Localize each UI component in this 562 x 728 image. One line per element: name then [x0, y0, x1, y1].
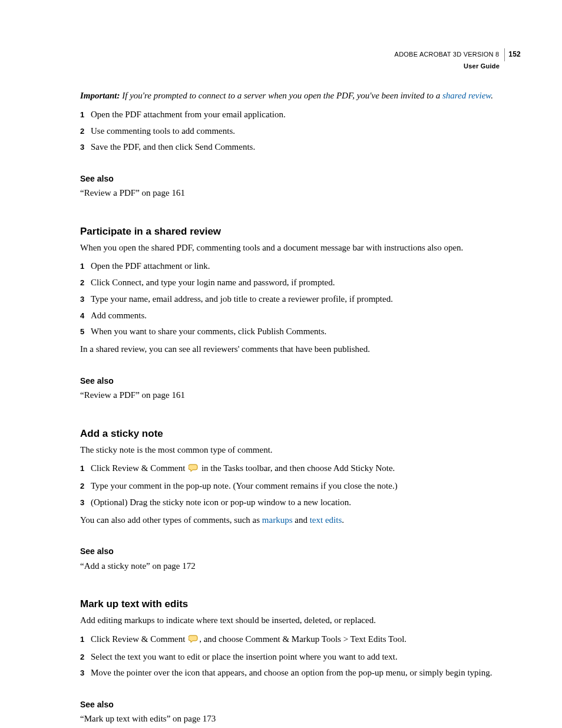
section-title-mark-up: Mark up text with edits — [80, 597, 521, 612]
sticky-note-trail: You can also add other types of comments… — [80, 514, 521, 527]
list-item: 4Add comments. — [80, 309, 521, 322]
see-also-heading: See also — [80, 545, 521, 557]
step-text: (Optional) Drag the sticky note icon or … — [91, 496, 521, 509]
step-text: When you want to share your comments, cl… — [91, 325, 521, 338]
step-text: Click Review & Comment , and choose Comm… — [91, 633, 521, 647]
list-item: 3Type your name, email address, and job … — [80, 293, 521, 306]
step-number: 3 — [80, 294, 91, 306]
step-number: 2 — [80, 126, 91, 138]
list-item: 1 Click Review & Comment in the Tasks to… — [80, 462, 521, 476]
see-also-heading: See also — [80, 173, 521, 185]
step-text-part: , and choose Comment & Markup Tools > Te… — [199, 634, 406, 644]
list-item: 5When you want to share your comments, c… — [80, 325, 521, 338]
step-text: Save the PDF, and then click Send Commen… — [91, 141, 521, 154]
step-text-part: Click Review & Comment — [91, 463, 187, 473]
list-item: 2Click Connect, and type your login name… — [80, 276, 521, 289]
step-text: Add comments. — [91, 309, 521, 322]
section-title-sticky-note: Add a sticky note — [80, 427, 521, 442]
step-number: 1 — [80, 463, 91, 476]
list-item: 2Type your comment in the pop-up note. (… — [80, 480, 521, 493]
step-text: Select the text you want to edit or plac… — [91, 651, 521, 664]
list-item: 1 Click Review & Comment , and choose Co… — [80, 633, 521, 647]
header-subtitle: User Guide — [395, 62, 500, 71]
important-label: Important: — [80, 91, 120, 100]
trail-part: You can also add other types of comments… — [80, 515, 262, 525]
list-item: 1Open the PDF attachment from your email… — [80, 108, 521, 121]
step-number: 1 — [80, 634, 91, 647]
header-product: ADOBE ACROBAT 3D VERSION 8 — [395, 50, 503, 60]
step-number: 3 — [80, 668, 91, 680]
step-number: 1 — [80, 110, 91, 121]
header-divider — [504, 48, 505, 61]
important-note: Important: If you're prompted to connect… — [80, 90, 521, 103]
step-text: Type your comment in the pop-up note. (Y… — [91, 480, 521, 493]
link-shared-review[interactable]: shared review — [442, 91, 491, 100]
review-comment-icon — [189, 463, 198, 476]
intro-steps: 1Open the PDF attachment from your email… — [80, 108, 521, 154]
step-text: Use commenting tools to add comments. — [91, 125, 521, 138]
page-header: ADOBE ACROBAT 3D VERSION 8 152 User Guid… — [395, 48, 521, 71]
section-intro: The sticky note is the most common type … — [80, 444, 521, 457]
section-intro: Add editing markups to indicate where te… — [80, 614, 521, 627]
trail-part: . — [342, 515, 344, 525]
header-page-number: 152 — [508, 50, 521, 60]
list-item: 1Open the PDF attachment or link. — [80, 260, 521, 273]
list-item: 3Move the pointer over the icon that app… — [80, 667, 521, 680]
step-text: Click Review & Comment in the Tasks tool… — [91, 462, 521, 476]
step-number: 5 — [80, 327, 91, 338]
see-also-heading: See also — [80, 375, 521, 387]
step-number: 3 — [80, 142, 91, 154]
markup-steps: 1 Click Review & Comment , and choose Co… — [80, 633, 521, 680]
see-also-ref: “Review a PDF” on page 161 — [80, 187, 521, 200]
see-also-ref: “Review a PDF” on page 161 — [80, 389, 521, 402]
section-intro: When you open the shared PDF, commenting… — [80, 242, 521, 255]
step-text-part: in the Tasks toolbar, and then choose Ad… — [199, 463, 395, 473]
section-title-shared-review: Participate in a shared review — [80, 225, 521, 239]
step-text: Type your name, email address, and job t… — [91, 293, 521, 306]
step-text-part: Click Review & Comment — [91, 634, 187, 644]
step-number: 2 — [80, 652, 91, 664]
shared-review-trail: In a shared review, you can see all revi… — [80, 343, 521, 356]
step-text: Click Connect, and type your login name … — [91, 276, 521, 289]
page: ADOBE ACROBAT 3D VERSION 8 152 User Guid… — [0, 0, 562, 728]
list-item: 2Use commenting tools to add comments. — [80, 125, 521, 138]
link-markups[interactable]: markups — [262, 515, 293, 525]
shared-review-steps: 1Open the PDF attachment or link. 2Click… — [80, 260, 521, 338]
step-text: Open the PDF attachment from your email … — [91, 108, 521, 121]
list-item: 2Select the text you want to edit or pla… — [80, 651, 521, 664]
list-item: 3(Optional) Drag the sticky note icon or… — [80, 496, 521, 509]
see-also-ref: “Mark up text with edits” on page 173 — [80, 713, 521, 726]
page-content: Important: If you're prompted to connect… — [80, 90, 521, 726]
important-text-before: If you're prompted to connect to a serve… — [120, 91, 442, 100]
step-text: Open the PDF attachment or link. — [91, 260, 521, 273]
see-also-heading: See also — [80, 699, 521, 710]
step-text: Move the pointer over the icon that appe… — [91, 667, 521, 680]
step-number: 3 — [80, 498, 91, 509]
review-comment-icon — [189, 634, 198, 647]
sticky-note-steps: 1 Click Review & Comment in the Tasks to… — [80, 462, 521, 509]
step-number: 2 — [80, 278, 91, 289]
trail-part: and — [293, 515, 310, 525]
link-text-edits[interactable]: text edits — [310, 515, 342, 525]
see-also-ref: “Add a sticky note” on page 172 — [80, 560, 521, 573]
important-text-after: . — [491, 91, 493, 100]
step-number: 2 — [80, 481, 91, 493]
step-number: 1 — [80, 261, 91, 273]
step-number: 4 — [80, 311, 91, 322]
list-item: 3Save the PDF, and then click Send Comme… — [80, 141, 521, 154]
